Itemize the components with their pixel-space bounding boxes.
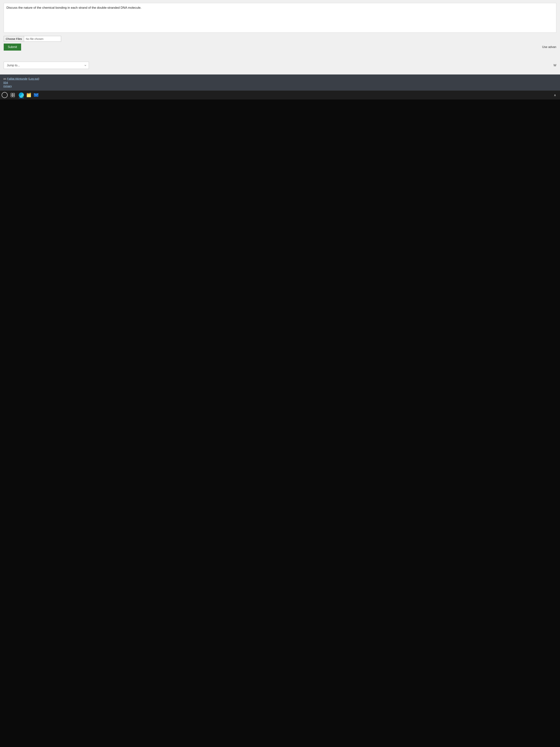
link-mmary[interactable]: mmary: [3, 84, 557, 87]
question-text-area: Discuss the nature of the chemical bondi…: [4, 3, 556, 33]
svg-rect-2: [11, 95, 12, 97]
mail-taskbar-button[interactable]: [33, 92, 39, 99]
logged-in-prefix: as: [3, 77, 7, 80]
footer-bar: as Falilat Akintunde (Log out) 004 mmary: [0, 75, 560, 91]
svg-rect-1: [13, 93, 15, 95]
file-input-row: Choose Files No file chosen: [4, 36, 556, 42]
chevron-up-icon: ∧: [554, 93, 556, 97]
user-name-link[interactable]: Falilat Akintunde: [7, 77, 27, 80]
use-advanced-text: Use advan: [542, 45, 557, 49]
edge-logo-icon: [20, 93, 23, 97]
folder-icon: 🗂️: [26, 93, 31, 98]
edge-taskbar-button[interactable]: [18, 92, 25, 99]
svg-rect-0: [11, 93, 12, 95]
edge-icon: [19, 93, 24, 98]
footer-logged-in-line: as Falilat Akintunde (Log out): [3, 77, 557, 80]
w-text: W: [554, 64, 556, 67]
question-text: Discuss the nature of the chemical bondi…: [6, 6, 141, 9]
close-paren: ): [38, 77, 39, 80]
show-hidden-icons-button[interactable]: ∧: [552, 92, 559, 99]
svg-rect-3: [13, 95, 15, 97]
taskbar-apps-row: 🗂️: [18, 92, 39, 99]
jump-to-row: Jump to... W: [4, 62, 556, 69]
log-out-link[interactable]: Log out: [29, 77, 38, 80]
mail-icon: [34, 93, 38, 97]
task-view-icon: [11, 93, 15, 97]
taskbar: 🗂️ ∧: [0, 91, 560, 100]
submit-button[interactable]: Submit: [4, 44, 21, 51]
no-file-chosen-label: No file chosen: [24, 36, 61, 42]
edge-active-indicator: [19, 98, 24, 98]
file-explorer-taskbar-button[interactable]: 🗂️: [25, 92, 32, 99]
search-circle-icon: [2, 92, 7, 98]
dark-screen-area: [0, 100, 560, 747]
link-004[interactable]: 004: [3, 81, 557, 84]
submit-row: Submit Use advan: [4, 44, 556, 51]
browser-content: Discuss the nature of the chemical bondi…: [0, 0, 560, 75]
taskbar-right: ∧: [552, 92, 559, 99]
jump-to-select[interactable]: Jump to...: [4, 62, 89, 69]
choose-files-button[interactable]: Choose Files: [4, 36, 24, 42]
taskbar-start-area: [1, 92, 16, 99]
search-taskbar-button[interactable]: [1, 92, 8, 99]
task-view-button[interactable]: [9, 92, 16, 99]
